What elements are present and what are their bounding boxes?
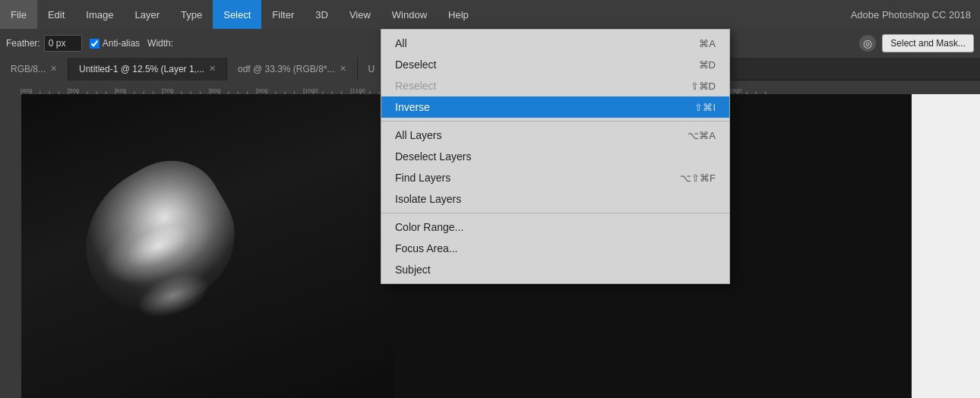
tab-untitled-label: Untitled-1 @ 12.5% (Layer 1,...: [79, 64, 204, 74]
feather-group: Feather:: [6, 35, 82, 52]
menu-bar: File Edit Image Layer Type Select Filter…: [0, 0, 980, 29]
app-title: Adobe Photoshop CC 2018: [851, 9, 980, 21]
tab-rgb[interactable]: RGB/8... ✕: [0, 58, 68, 81]
menu-edit[interactable]: Edit: [37, 0, 75, 29]
canvas-background: [21, 94, 980, 398]
tab-odf[interactable]: odf @ 33.3% (RGB/8*... ✕: [227, 58, 358, 81]
tab-odf-close[interactable]: ✕: [340, 64, 346, 74]
antialias-label: Anti-alias: [103, 38, 140, 49]
menu-help[interactable]: Help: [438, 0, 479, 29]
canvas-image: [21, 94, 394, 398]
left-toolbar: [0, 94, 21, 398]
tab-u[interactable]: U: [358, 58, 387, 81]
tab-odf-label: odf @ 33.3% (RGB/8*...: [238, 64, 335, 74]
tab-untitled[interactable]: Untitled-1 @ 12.5% (Layer 1,... ✕: [68, 58, 227, 81]
tab-rgb-label: RGB/8...: [11, 64, 46, 74]
width-label: Width:: [147, 38, 173, 49]
width-group: Width:: [147, 38, 173, 49]
select-and-mask-button[interactable]: Select and Mask...: [882, 34, 974, 52]
ruler: [0, 81, 980, 94]
tabs-bar: RGB/8... ✕ Untitled-1 @ 12.5% (Layer 1,.…: [0, 58, 980, 81]
white-area: [912, 94, 980, 398]
tab-untitled-close[interactable]: ✕: [209, 64, 216, 74]
menu-3d[interactable]: 3D: [305, 0, 339, 29]
menu-select[interactable]: Select: [213, 0, 261, 29]
menu-window[interactable]: Window: [381, 0, 438, 29]
menu-type[interactable]: Type: [170, 0, 213, 29]
menu-image[interactable]: Image: [75, 0, 124, 29]
select-mask-label: Select and Mask...: [890, 38, 966, 49]
tab-u-label: U: [368, 64, 375, 74]
options-bar: Feather: Anti-alias Width: ◎ Select and …: [0, 29, 980, 58]
feather-label: Feather:: [6, 38, 40, 49]
ruler-canvas: [0, 81, 980, 94]
antialias-group[interactable]: Anti-alias: [90, 38, 140, 49]
menu-layer[interactable]: Layer: [125, 0, 171, 29]
main-area: [0, 81, 980, 398]
antialias-checkbox[interactable]: [90, 39, 100, 49]
canvas-container: [21, 94, 980, 398]
menu-view[interactable]: View: [339, 0, 381, 29]
menu-filter[interactable]: Filter: [261, 0, 305, 29]
tab-rgb-close[interactable]: ✕: [50, 64, 57, 74]
canvas-row: [0, 94, 980, 398]
menu-file[interactable]: File: [0, 0, 37, 29]
target-icon: ◎: [859, 35, 876, 52]
app-container: File Edit Image Layer Type Select Filter…: [0, 0, 980, 398]
feather-input[interactable]: [44, 35, 82, 52]
